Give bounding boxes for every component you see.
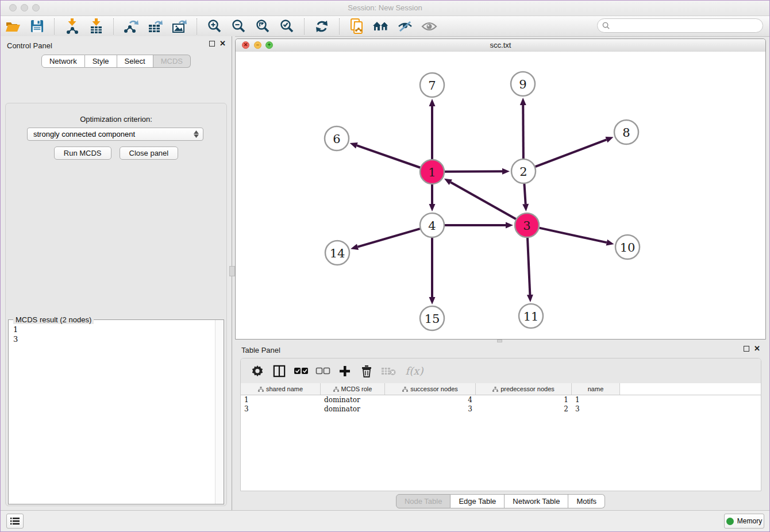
import-table-icon[interactable] bbox=[87, 18, 105, 35]
network-view-window: ✕ − + scc.txt 7968124314101511 bbox=[235, 38, 766, 340]
export-network-icon[interactable] bbox=[122, 18, 140, 35]
edge-arrowhead bbox=[502, 168, 510, 175]
edge-arrowhead bbox=[350, 142, 358, 148]
close-panel-icon[interactable]: ✕ bbox=[754, 346, 760, 352]
tab-edge-table[interactable]: Edge Table bbox=[451, 494, 505, 508]
eye-visible-icon[interactable] bbox=[420, 18, 438, 35]
run-mcds-button[interactable]: Run MCDS bbox=[54, 147, 111, 160]
control-panel-tabs: NetworkStyleSelectMCDS bbox=[1, 55, 232, 68]
tab-node-table[interactable]: Node Table bbox=[396, 494, 451, 508]
save-session-icon[interactable] bbox=[28, 18, 46, 35]
show-column-icon[interactable] bbox=[271, 363, 288, 379]
edge-arrowhead bbox=[429, 99, 436, 106]
graph-node-label: 9 bbox=[519, 78, 526, 91]
toolbar-separator bbox=[54, 18, 55, 34]
graph-edge-3-11[interactable] bbox=[528, 238, 530, 295]
network-canvas[interactable]: 7968124314101511 bbox=[236, 52, 765, 339]
edge-arrowhead bbox=[429, 204, 436, 211]
tab-mcds[interactable]: MCDS bbox=[153, 55, 191, 68]
header-empty-space bbox=[620, 383, 761, 395]
graph-edge-2-8[interactable] bbox=[536, 140, 607, 167]
graph-node-label: 14 bbox=[330, 246, 345, 260]
edge-arrowhead bbox=[605, 137, 613, 142]
graph-edge-3-10[interactable] bbox=[539, 228, 606, 242]
graph-edge-4-14[interactable] bbox=[358, 229, 420, 247]
close-panel-button[interactable]: Close panel bbox=[120, 147, 179, 160]
column-header-MCDS-role[interactable]: MCDS role bbox=[321, 383, 385, 395]
control-panel-title: Control Panel bbox=[7, 41, 52, 50]
select-all-checkbox-icon[interactable] bbox=[292, 363, 310, 379]
table-cell: 3 bbox=[385, 404, 476, 414]
network-document-icon[interactable] bbox=[348, 18, 366, 35]
double-home-icon[interactable] bbox=[372, 18, 390, 35]
open-session-icon[interactable] bbox=[3, 18, 22, 35]
edge-arrowhead bbox=[527, 295, 533, 302]
eye-hidden-icon[interactable] bbox=[396, 18, 414, 35]
graph-node-label: 1 bbox=[428, 165, 436, 179]
column-header-successor-nodes[interactable]: successor nodes bbox=[385, 383, 476, 395]
export-table-icon[interactable] bbox=[146, 18, 164, 35]
toolbar-separator bbox=[113, 18, 114, 34]
table-cell: dominator bbox=[321, 404, 385, 414]
zoom-out-icon[interactable] bbox=[229, 18, 248, 35]
column-header-predecessor-nodes[interactable]: predecessor nodes bbox=[476, 383, 572, 395]
search-input[interactable] bbox=[613, 21, 758, 30]
criterion-select[interactable]: strongly connected component bbox=[27, 128, 203, 141]
function-builder-icon[interactable]: f(x) bbox=[402, 363, 427, 379]
table-rows: 1dominator4113dominator323 bbox=[241, 395, 761, 414]
select-stepper-icon bbox=[194, 130, 199, 138]
task-history-button[interactable] bbox=[6, 514, 24, 529]
graph-edge-2-3[interactable] bbox=[524, 184, 525, 204]
graph-node-label: 8 bbox=[622, 126, 630, 140]
result-scrollbar[interactable] bbox=[215, 320, 224, 504]
app-title: Session: New Session bbox=[1, 3, 769, 12]
column-header-name[interactable]: name bbox=[572, 383, 620, 395]
search-field[interactable] bbox=[597, 18, 763, 33]
float-panel-icon[interactable] bbox=[209, 41, 215, 47]
tab-select[interactable]: Select bbox=[117, 55, 153, 68]
sort-hierarchy-icon bbox=[492, 387, 498, 392]
import-network-icon[interactable] bbox=[63, 18, 81, 35]
graph-node-label: 6 bbox=[333, 132, 340, 146]
application-window: Session: New Session bbox=[0, 0, 770, 532]
table-row[interactable]: 3dominator323 bbox=[241, 404, 761, 414]
tab-network-table[interactable]: Network Table bbox=[505, 494, 568, 508]
delete-table-icon[interactable] bbox=[380, 363, 397, 379]
column-header-shared-name[interactable]: shared name bbox=[241, 383, 321, 395]
add-column-icon[interactable] bbox=[336, 363, 353, 379]
graph-edge-2-9[interactable] bbox=[523, 105, 523, 159]
list-icon bbox=[10, 517, 20, 525]
zoom-in-icon[interactable] bbox=[205, 18, 224, 35]
graph-edge-3-1[interactable] bbox=[451, 182, 516, 219]
graph-edge-1-6[interactable] bbox=[357, 145, 420, 168]
tab-network[interactable]: Network bbox=[41, 55, 85, 68]
table-cell: 1 bbox=[572, 395, 620, 404]
float-panel-icon[interactable] bbox=[744, 346, 749, 352]
table-cell: 3 bbox=[572, 404, 620, 414]
export-image-icon[interactable] bbox=[170, 18, 188, 35]
delete-column-icon[interactable] bbox=[358, 363, 375, 379]
app-titlebar[interactable]: Session: New Session bbox=[1, 1, 769, 16]
network-window-titlebar[interactable]: ✕ − + scc.txt bbox=[236, 39, 765, 52]
graph-node-label: 4 bbox=[428, 219, 436, 233]
table-row[interactable]: 1dominator411 bbox=[241, 395, 761, 404]
edge-arrowhead bbox=[606, 240, 614, 246]
memory-button[interactable]: Memory bbox=[724, 514, 764, 529]
table-cell: 3 bbox=[241, 404, 321, 414]
close-panel-icon[interactable]: ✕ bbox=[220, 41, 226, 47]
status-bar: Memory bbox=[1, 510, 769, 531]
deselect-all-checkbox-icon[interactable] bbox=[314, 363, 332, 379]
optimization-criterion-label: Optimization criterion: bbox=[6, 115, 226, 124]
zoom-fit-icon[interactable] bbox=[253, 18, 272, 35]
graph-edge-1-2[interactable] bbox=[445, 171, 502, 172]
edge-arrowhead bbox=[520, 98, 526, 105]
tab-style[interactable]: Style bbox=[85, 55, 117, 68]
table-panel: Table Panel ✕ bbox=[235, 342, 766, 511]
zoom-selected-icon[interactable] bbox=[278, 18, 296, 35]
sort-hierarchy-icon bbox=[402, 387, 408, 392]
refresh-view-icon[interactable] bbox=[313, 18, 331, 35]
settings-gear-icon[interactable] bbox=[249, 363, 266, 379]
splitter-grip[interactable] bbox=[229, 266, 235, 276]
tab-motifs[interactable]: Motifs bbox=[568, 494, 605, 508]
graph-node-label: 10 bbox=[620, 241, 636, 255]
